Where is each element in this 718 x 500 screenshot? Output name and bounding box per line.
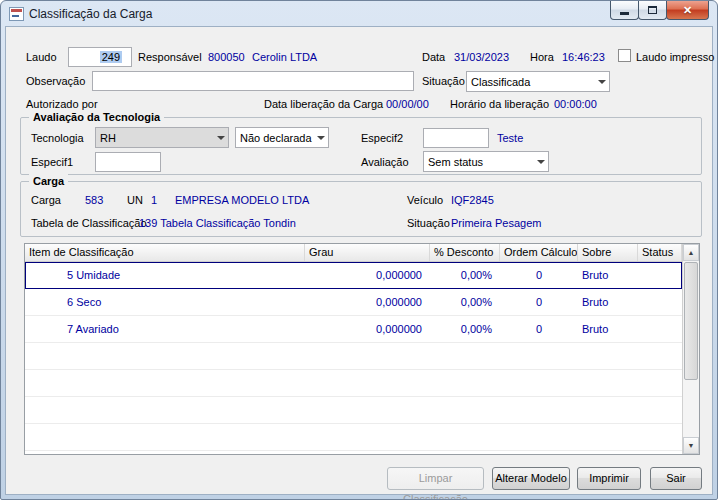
column-header-ordem[interactable]: Ordem Cálculo: [500, 244, 578, 261]
imprimir-button[interactable]: Imprimir: [577, 467, 641, 490]
column-header-sobre[interactable]: Sobre: [578, 244, 638, 261]
declaracao-combobox[interactable]: Não declarada: [235, 127, 329, 148]
veiculo-value: IQF2845: [451, 192, 494, 208]
chevron-down-icon: [313, 136, 328, 140]
limpar-classificacao-button[interactable]: Limpar Classificação: [387, 467, 484, 490]
chevron-down-icon: [533, 160, 548, 164]
cell-ordem: 0: [500, 289, 578, 315]
empresa-value: EMPRESA MODELO LTDA: [175, 192, 309, 208]
caption-buttons: ✕: [611, 1, 709, 20]
column-header-desconto[interactable]: % Desconto: [430, 244, 500, 261]
situacao-selected-value: Classificada: [467, 76, 594, 88]
grid-row-empty: [25, 370, 682, 397]
cell-grau: 0,000000: [305, 289, 430, 315]
titlebar[interactable]: Classificação da Carga ✕: [1, 1, 717, 26]
scroll-up-icon: ▲: [688, 249, 695, 256]
cell-status: [638, 316, 682, 342]
classification-grid: Item de Classificação Grau % Desconto Or…: [24, 243, 700, 455]
grid-row-empty: [25, 397, 682, 424]
responsavel-name: Cerolin LTDA: [252, 49, 317, 65]
situacao-combobox[interactable]: Classificada: [466, 71, 610, 92]
horario-liberacao-value: 00:00:00: [554, 96, 597, 112]
grid-header: Item de Classificação Grau % Desconto Or…: [25, 244, 682, 262]
scroll-down-button[interactable]: ▼: [683, 437, 699, 454]
vertical-scrollbar[interactable]: ▲ ▼: [682, 244, 699, 454]
avaliacao-combobox[interactable]: Sem status: [423, 151, 549, 172]
grid-body: 5 Umidade 0,000000 0,00% 0 Bruto 6 Seco …: [25, 262, 682, 454]
minimize-icon: [620, 12, 629, 15]
cell-status: [638, 262, 682, 288]
hora-label: Hora: [530, 49, 554, 65]
cell-item: 5 Umidade: [25, 262, 305, 288]
carga-group-title: Carga: [29, 174, 68, 188]
data-label: Data: [422, 49, 445, 65]
cell-grau: 0,000000: [305, 262, 430, 288]
un-value: 1: [151, 192, 157, 208]
carga-label: Carga: [31, 192, 61, 208]
observacao-input[interactable]: [92, 71, 414, 91]
cell-sobre: Bruto: [578, 316, 638, 342]
chevron-down-icon: [213, 136, 228, 140]
scroll-up-button[interactable]: ▲: [683, 244, 699, 261]
scroll-down-icon: ▼: [688, 442, 695, 449]
cell-item: 7 Avariado: [25, 316, 305, 342]
carga-groupbox: Carga Carga 583 UN 1 EMPRESA MODELO LTDA…: [20, 181, 702, 237]
tabela-label: Tabela de Classificação: [31, 215, 147, 231]
responsavel-code: 800050: [208, 49, 245, 65]
cell-ordem: 0: [500, 262, 578, 288]
maximize-button[interactable]: [638, 1, 667, 20]
tecnologia-label: Tecnologia: [31, 130, 84, 146]
window-title: Classificação da Carga: [29, 7, 152, 21]
cell-item: 6 Seco: [25, 289, 305, 315]
grid-row-selected[interactable]: 5 Umidade 0,000000 0,00% 0 Bruto: [25, 262, 682, 289]
data-value: 31/03/2023: [454, 49, 509, 65]
cell-desconto: 0,00%: [430, 289, 500, 315]
un-label: UN: [127, 192, 143, 208]
carga-situacao-value: Primeira Pesagem: [451, 215, 541, 231]
scrollbar-thumb[interactable]: [684, 262, 698, 380]
close-icon: ✕: [683, 5, 692, 16]
especif1-input[interactable]: [95, 152, 161, 172]
especif1-label: Especif1: [31, 154, 73, 170]
observacao-label: Observação: [26, 73, 85, 89]
app-icon: [9, 7, 24, 21]
laudo-impresso-label: Laudo impresso: [636, 49, 714, 65]
close-button[interactable]: ✕: [666, 1, 709, 20]
hora-value: 16:46:23: [562, 49, 605, 65]
cell-desconto: 0,00%: [430, 262, 500, 288]
column-header-grau[interactable]: Grau: [305, 244, 430, 261]
declaracao-selected-value: Não declarada: [236, 132, 313, 144]
minimize-button[interactable]: [610, 1, 639, 20]
carga-value: 583: [85, 192, 103, 208]
tecnologia-group-title: Avaliação da Tecnologia: [29, 110, 164, 124]
situacao-label: Situação: [422, 73, 465, 89]
data-liberacao-value: 00/00/00: [386, 96, 429, 112]
laudo-input[interactable]: 249: [68, 47, 132, 67]
client-area: Laudo 249 Responsável 800050 Cerolin LTD…: [5, 26, 713, 495]
sair-button[interactable]: Sair: [650, 467, 702, 490]
especif2-input[interactable]: [423, 128, 489, 148]
grid-row[interactable]: 6 Seco 0,000000 0,00% 0 Bruto: [25, 289, 682, 316]
tecnologia-combobox[interactable]: RH: [95, 127, 229, 148]
column-header-item[interactable]: Item de Classificação: [25, 244, 305, 261]
tecnologia-selected-value: RH: [96, 132, 213, 144]
especif2-label: Especif2: [361, 130, 403, 146]
grid-row-empty: [25, 343, 682, 370]
responsavel-label: Responsável: [138, 49, 202, 65]
laudo-label: Laudo: [26, 49, 57, 65]
grid-row[interactable]: 7 Avariado 0,000000 0,00% 0 Bruto: [25, 316, 682, 343]
especif2-note: Teste: [497, 130, 523, 146]
cell-desconto: 0,00%: [430, 316, 500, 342]
column-header-status[interactable]: Status: [638, 244, 682, 261]
cell-grau: 0,000000: [305, 316, 430, 342]
maximize-icon: [648, 6, 657, 14]
data-liberacao-label: Data liberação da Carga: [264, 96, 383, 112]
avaliacao-label: Avaliação: [361, 154, 409, 170]
veiculo-label: Veículo: [407, 192, 443, 208]
carga-situacao-label: Situação: [407, 215, 450, 231]
alterar-modelo-button[interactable]: Alterar Modelo: [492, 467, 570, 490]
horario-liberacao-label: Horário da liberação: [450, 96, 549, 112]
laudo-impresso-checkbox[interactable]: [618, 49, 631, 62]
tabela-value: 139 Tabela Classificação Tondin: [139, 215, 296, 231]
dialog-window: Classificação da Carga ✕ Laudo 249 Respo…: [0, 0, 718, 500]
